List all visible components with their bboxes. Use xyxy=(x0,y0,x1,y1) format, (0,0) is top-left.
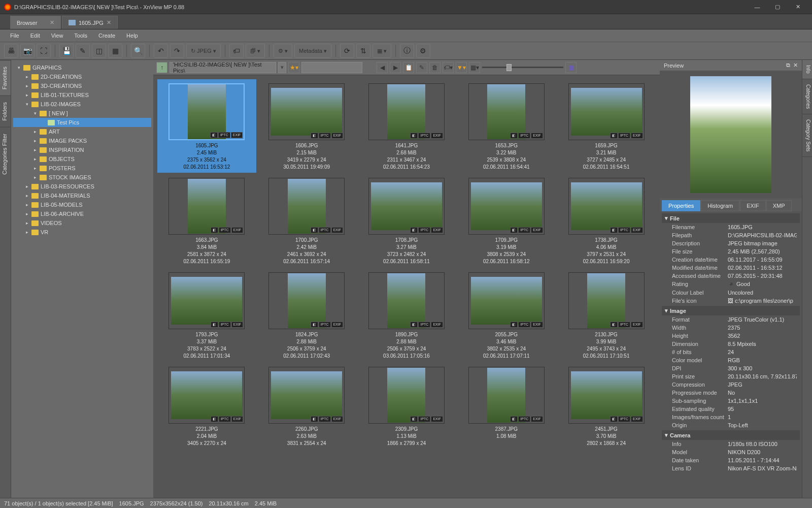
tag-button[interactable]: 🏷 xyxy=(229,44,244,58)
thumbnail[interactable]: ◧IPTCEXIF1653.JPG3.22 MiB2539 x 3808 x 2… xyxy=(457,79,556,173)
collapse-icon[interactable]: ▾ xyxy=(665,307,668,314)
maximize-button[interactable]: ▢ xyxy=(767,0,788,14)
preview-close-icon[interactable]: ✕ xyxy=(793,62,798,69)
thumbnail[interactable]: ◧IPTCEXIF1606.JPG2.15 MiB3419 x 2279 x 2… xyxy=(257,79,356,173)
thumbnail[interactable]: ◧IPTCEXIF2130.JPG3.99 MiB2495 x 3743 x 2… xyxy=(557,268,656,362)
copy-button[interactable]: 📋 xyxy=(403,62,414,73)
edit-button[interactable]: ✎ xyxy=(76,44,90,58)
tree-node[interactable]: ▸POSTERS xyxy=(13,164,151,173)
prop-group-header[interactable]: ▾ Image xyxy=(662,306,800,315)
scan-button[interactable]: 📷 xyxy=(20,44,35,58)
compare-button[interactable]: ◫ xyxy=(92,44,106,58)
sidetab-categories-filter[interactable]: Categories Filter xyxy=(0,127,11,181)
thumbnail[interactable]: ◧IPTCEXIF2260.JPG2.63 MiB3831 x 2554 x 2… xyxy=(257,363,356,449)
tree-node[interactable]: ▸STOCK IMAGES xyxy=(13,173,151,182)
thumb-size-slider[interactable] xyxy=(482,62,563,73)
filter-button[interactable]: ▼▾ xyxy=(456,62,467,73)
rename-button[interactable]: ✎ xyxy=(416,62,427,73)
thumbnail[interactable]: ◧IPTCEXIF2451.JPG3.70 MiB2802 x 1868 x 2… xyxy=(557,363,656,449)
grid-button[interactable]: ▦ xyxy=(108,44,122,58)
fullscreen-button[interactable]: ⛶ xyxy=(37,44,51,58)
tab-close-icon[interactable]: ✕ xyxy=(107,19,111,26)
expand-icon[interactable]: ▸ xyxy=(24,202,29,207)
expand-icon[interactable]: ▸ xyxy=(32,156,38,162)
expand-icon[interactable]: ▸ xyxy=(24,74,29,79)
thumbnail[interactable]: ◧IPTCEXIF1700.JPG2.42 MiB2461 x 3692 x 2… xyxy=(257,174,356,267)
batch-button[interactable]: ⚙ ▾ xyxy=(274,44,292,58)
thumbnail[interactable]: ◧IPTCEXIF1738.JPG4.06 MiB3797 x 2531 x 2… xyxy=(557,174,656,267)
view-mode-button[interactable]: ▦ xyxy=(565,62,577,73)
thumbnail[interactable]: ◧IPTCEXIF2221.JPG2.04 MiB3405 x 2270 x 2… xyxy=(157,363,256,449)
tab-close-icon[interactable]: ✕ xyxy=(50,19,54,26)
tree-node[interactable]: ▸LIB-01-TEXTURES xyxy=(13,90,151,100)
minimize-button[interactable]: — xyxy=(747,0,767,14)
menu-help[interactable]: Help xyxy=(121,31,143,40)
filter-input[interactable] xyxy=(301,62,362,73)
thumbnail[interactable]: ◧IPTCEXIF1708.JPG3.27 MiB3723 x 2482 x 2… xyxy=(357,174,456,267)
sidetab-favorites[interactable]: Favorites xyxy=(0,60,11,96)
convert-button[interactable]: 🗐 ▾ xyxy=(246,44,265,58)
expand-icon[interactable]: ▸ xyxy=(24,220,29,226)
expand-icon[interactable]: ▸ xyxy=(32,129,38,134)
proptab-histogram[interactable]: Histogram xyxy=(701,200,739,211)
back-button[interactable]: ◀ xyxy=(377,62,388,73)
sync-button[interactable]: ⇅ xyxy=(356,44,370,58)
sort-button[interactable]: ▦▾ xyxy=(469,62,480,73)
thumbnail[interactable]: ◧IPTCEXIF2055.JPG3.46 MiB3802 x 2535 x 2… xyxy=(457,268,556,362)
collapse-icon[interactable]: ▾ xyxy=(665,215,668,221)
tree-node[interactable]: ▸2D-CREATIONS xyxy=(13,72,151,81)
expand-icon[interactable]: ▸ xyxy=(24,230,29,235)
tree-node[interactable]: ▸IMAGE PACKS xyxy=(13,136,151,145)
info-button[interactable]: ⓘ xyxy=(400,44,414,58)
thumbnail[interactable]: ◧IPTCEXIF1663.JPG3.84 MiB2581 x 3872 x 2… xyxy=(157,174,256,267)
tree-node[interactable]: ▸ART xyxy=(13,127,151,136)
tree-node[interactable]: ▸INSPIRATION xyxy=(13,145,151,154)
thumbnail[interactable]: ◧IPTCEXIF1793.JPG3.37 MiB3783 x 2522 x 2… xyxy=(157,268,256,362)
tag-small-button[interactable]: 🏷▾ xyxy=(443,62,454,73)
expand-icon[interactable]: ▸ xyxy=(24,92,29,98)
tree-node[interactable]: ▸OBJECTS xyxy=(13,154,151,164)
thumbnail[interactable]: ◧IPTCEXIF1659.JPG3.21 MiB3727 x 2485 x 2… xyxy=(557,79,656,173)
jpeg-rotate-button[interactable]: ↻ JPEG ▾ xyxy=(186,44,221,58)
path-dropdown[interactable]: ▾ xyxy=(278,62,286,73)
tree-node[interactable]: Test Pics xyxy=(13,118,151,127)
tree-node[interactable]: ▸3D-CREATIONS xyxy=(13,81,151,90)
up-button[interactable]: ↑ xyxy=(156,62,167,73)
collapse-icon[interactable]: ▾ xyxy=(665,432,668,438)
thumbnail-grid[interactable]: ◧IPTCEXIF1605.JPG2.45 MiB2375 x 3562 x 2… xyxy=(153,75,660,498)
tree-node[interactable]: ▸LIB-04-MATERIALS xyxy=(13,191,151,200)
expand-icon[interactable]: ▸ xyxy=(24,193,29,198)
undo-button[interactable]: ↶ xyxy=(154,44,168,58)
document-tab[interactable]: 1605.JPG✕ xyxy=(62,16,118,29)
document-tab[interactable]: Browser✕ xyxy=(10,16,61,29)
preview-undock-icon[interactable]: ⧉ xyxy=(786,62,790,69)
tree-node[interactable]: ▾GRAPHICS xyxy=(13,63,151,72)
redo-button[interactable]: ↷ xyxy=(170,44,184,58)
tree-node[interactable]: ▾[ NEW ] xyxy=(13,109,151,118)
expand-icon[interactable]: ▸ xyxy=(24,184,29,189)
print-button[interactable]: 🖶 xyxy=(4,44,18,58)
expand-icon[interactable]: ▾ xyxy=(24,102,29,107)
rsidetab-categories[interactable]: Categories xyxy=(802,79,812,114)
favorite-button[interactable]: ★▾ xyxy=(288,62,299,73)
thumbnail[interactable]: ◧IPTCEXIF2387.JPG1.08 MiB xyxy=(457,363,556,449)
tree-node[interactable]: ▸LIB-05-MODELS xyxy=(13,200,151,209)
rsidetab-category-sets[interactable]: Category Sets xyxy=(802,114,812,157)
properties-panel[interactable]: ▾ FileFilename1605.JPGFilepathD:\GRAPHIC… xyxy=(660,211,802,498)
expand-icon[interactable]: ▸ xyxy=(32,138,38,143)
settings-button[interactable]: ⚙ xyxy=(416,44,430,58)
menu-tools[interactable]: Tools xyxy=(69,31,92,40)
delete-button[interactable]: 🗑 xyxy=(429,62,441,73)
thumbnail[interactable]: ◧IPTCEXIF1641.JPG2.68 MiB2311 x 3467 x 2… xyxy=(357,79,456,173)
close-button[interactable]: ✕ xyxy=(788,0,808,14)
expand-icon[interactable]: ▾ xyxy=(16,65,21,70)
expand-icon[interactable]: ▸ xyxy=(32,166,38,171)
thumbnail[interactable]: ◧IPTCEXIF1890.JPG2.88 MiB2506 x 3759 x 2… xyxy=(357,268,456,362)
prop-group-header[interactable]: ▾ Camera xyxy=(662,430,800,440)
proptab-xmp[interactable]: XMP xyxy=(766,200,792,211)
sidetab-folders[interactable]: Folders xyxy=(0,96,11,127)
forward-button[interactable]: ▶ xyxy=(390,62,401,73)
search-button[interactable]: 🔍 xyxy=(131,44,145,58)
refresh-button[interactable]: ⟳ xyxy=(340,44,354,58)
menu-create[interactable]: Create xyxy=(93,31,120,40)
